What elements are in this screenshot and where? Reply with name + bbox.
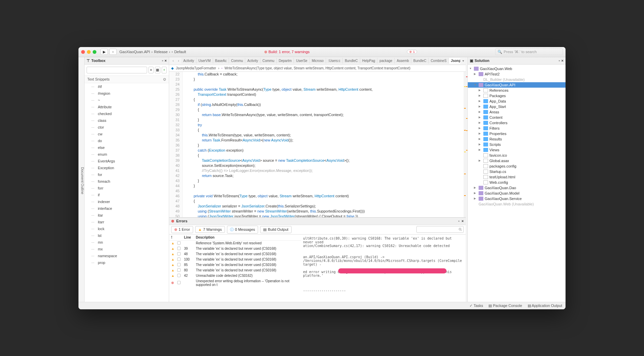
editor-tab[interactable]: BaseAc bbox=[213, 58, 229, 64]
snippet-item[interactable]: itarr bbox=[85, 219, 169, 225]
tree-node[interactable]: DL_Builder (Unavailable) bbox=[468, 77, 566, 82]
error-row[interactable]: ▲Reference 'System.Web.Entity' not resol… bbox=[169, 241, 301, 246]
nav-back-icon[interactable]: ‹ bbox=[170, 58, 176, 64]
snippet-item[interactable]: do bbox=[85, 137, 169, 144]
snippet-item[interactable]: if bbox=[85, 192, 169, 198]
snippet-item[interactable]: cw bbox=[85, 131, 169, 137]
editor-tab[interactable]: Activity bbox=[245, 58, 260, 64]
snippet-item[interactable]: foreach bbox=[85, 178, 169, 185]
tree-node[interactable]: ▶Filters bbox=[468, 126, 566, 131]
error-row[interactable]: ▲48The variable 'ex' is declared but nev… bbox=[169, 251, 301, 257]
config-button[interactable]: ▫ bbox=[109, 49, 117, 55]
tree-node[interactable]: ▶Results bbox=[468, 136, 566, 142]
tree-node[interactable]: Web.config bbox=[468, 180, 566, 185]
editor-tab[interactable]: Commu bbox=[229, 58, 245, 64]
snippet-item[interactable]: lock bbox=[85, 225, 169, 232]
snippet-item[interactable]: #if bbox=[85, 83, 169, 90]
panel-minimize-icon[interactable]: ▫ bbox=[559, 59, 560, 63]
tree-node[interactable]: ▶GaoXiaoQuan.Model bbox=[468, 191, 566, 196]
snippet-item[interactable]: Attribute bbox=[85, 104, 169, 110]
error-row[interactable]: ▲85The variable 'ex' is declared but nev… bbox=[169, 262, 301, 268]
editor-tab[interactable]: JsonpM bbox=[449, 58, 460, 64]
nav-fwd-icon[interactable]: › bbox=[176, 58, 181, 64]
package-console-button[interactable]: ▤ Package Console bbox=[488, 304, 522, 308]
error-row[interactable]: ▲80The variable 'ex' is declared but nev… bbox=[169, 268, 301, 273]
filter-errors-button[interactable]: ⊗1 Error bbox=[171, 226, 193, 233]
tree-node[interactable]: ▶Properties bbox=[468, 131, 566, 136]
tree-node[interactable]: ▶App_Data bbox=[468, 98, 566, 104]
tree-node[interactable]: ▶Packages bbox=[468, 93, 566, 98]
snippet-item[interactable]: class bbox=[85, 117, 169, 124]
snippet-item[interactable]: indexer bbox=[85, 198, 169, 205]
tree-node[interactable]: ▶Areas bbox=[468, 109, 566, 115]
filter-messages-button[interactable]: ⓘ0 Messages bbox=[227, 226, 258, 233]
snippet-item[interactable]: prop bbox=[85, 259, 169, 266]
tree-node[interactable]: ▶APITest2 bbox=[468, 71, 566, 77]
editor-tab[interactable]: :Users:c bbox=[326, 58, 343, 64]
close-icon[interactable] bbox=[81, 50, 85, 54]
global-search[interactable]: 🔍 Press '⌘.' to search bbox=[495, 48, 563, 55]
tree-node[interactable]: ▼GaoXiaoQuan.API bbox=[468, 82, 566, 88]
snippet-item[interactable]: enum bbox=[85, 151, 169, 158]
editor-tab[interactable]: BundleC bbox=[343, 58, 360, 64]
editor-tab[interactable]: BundleC bbox=[411, 58, 429, 64]
editor-tab[interactable]: Microso bbox=[310, 58, 326, 64]
error-row[interactable]: ▲100The variable 'ex' is declared but ne… bbox=[169, 257, 301, 262]
tree-node[interactable]: ▶References bbox=[468, 88, 566, 93]
tasks-button[interactable]: ✓ Tasks bbox=[469, 304, 483, 308]
snippet-item[interactable]: forr bbox=[85, 185, 169, 192]
error-row[interactable]: ▲39The variable 'ex' is declared but nev… bbox=[169, 246, 301, 251]
editor-tab[interactable]: UserVM bbox=[197, 58, 213, 64]
editor-tab[interactable]: Commu bbox=[260, 58, 277, 64]
minimize-icon[interactable] bbox=[87, 50, 91, 54]
tree-node[interactable]: packages.config bbox=[468, 163, 566, 169]
tree-node[interactable]: ▶Controllers bbox=[468, 120, 566, 126]
panel-minimize-icon[interactable]: ▫ bbox=[162, 59, 163, 63]
error-row[interactable]: ⊗Unexpected error writing debug informat… bbox=[169, 279, 301, 287]
snippet-item[interactable]: ctor bbox=[85, 124, 169, 131]
snippet-item[interactable]: ~ bbox=[85, 97, 169, 104]
tree-node[interactable]: favicon.ico bbox=[468, 153, 566, 158]
snippet-item[interactable]: else bbox=[85, 144, 169, 151]
member-breadcrumb[interactable]: ◆JsonpMediaTypeFormatter › ▫WriteToStrea… bbox=[169, 65, 466, 72]
collapse-icon[interactable]: ⊙ bbox=[163, 77, 166, 82]
view-grid-button[interactable]: ▦ bbox=[155, 67, 160, 73]
run-config-breadcrumb[interactable]: GaoXiaoQuan.API› Release› ▫Default bbox=[119, 50, 186, 54]
doc-outline-tab[interactable]: Document Outline bbox=[80, 167, 84, 194]
code-editor[interactable]: 2223242526272829303132333435363738394041… bbox=[169, 72, 464, 217]
snippet-item[interactable]: mx bbox=[85, 246, 169, 252]
tree-node[interactable]: ▶Views bbox=[468, 147, 566, 153]
error-count-badge[interactable]: ⊗1 bbox=[407, 50, 417, 54]
tree-node[interactable]: ▶Scripts bbox=[468, 142, 566, 147]
tree-node[interactable]: ▶Global.asax bbox=[468, 158, 566, 163]
panel-minimize-icon[interactable]: ▫ bbox=[458, 219, 460, 223]
app-output-button[interactable]: ▤ Application Output bbox=[528, 304, 562, 308]
error-row[interactable]: ▲42Unreachable code detected (CS0162) bbox=[169, 273, 301, 279]
snippet-item[interactable]: for bbox=[85, 171, 169, 178]
editor-tab[interactable]: Departm bbox=[277, 58, 294, 64]
editor-tab[interactable]: Activity bbox=[181, 58, 197, 64]
snippet-item[interactable]: Exception bbox=[85, 164, 169, 171]
toolbox-search-input[interactable] bbox=[87, 67, 147, 73]
add-button[interactable]: + bbox=[162, 67, 167, 73]
build-output-button[interactable]: ▤Build Output bbox=[260, 226, 292, 233]
tab-overflow-icon[interactable]: ▾ bbox=[460, 58, 466, 64]
snippet-item[interactable]: lst bbox=[85, 232, 169, 239]
tree-node[interactable]: ▶App_Start bbox=[468, 104, 566, 109]
snippet-item[interactable]: mn bbox=[85, 239, 169, 246]
tree-node[interactable]: GaoXiaoQuan.Web (Unavailable) bbox=[468, 201, 566, 207]
maximize-icon[interactable] bbox=[93, 50, 96, 54]
snippet-item[interactable]: namespace bbox=[85, 252, 169, 259]
panel-close-icon[interactable]: × bbox=[165, 59, 167, 63]
run-button[interactable]: ▶ bbox=[100, 49, 108, 55]
snippet-item[interactable]: #region bbox=[85, 90, 169, 97]
build-log[interactable]: ultAttribute.cs(80,30): warning CS0168: … bbox=[301, 235, 466, 302]
editor-tab[interactable]: Assemb bbox=[395, 58, 411, 64]
tree-node[interactable]: ▶GaoXiaoQuan.Dao bbox=[468, 185, 566, 191]
tree-node[interactable]: testUpload.html bbox=[468, 174, 566, 180]
snippet-item[interactable]: checked bbox=[85, 110, 169, 117]
editor-tab[interactable]: HelpPag bbox=[360, 58, 377, 64]
snippet-item[interactable]: itar bbox=[85, 212, 169, 219]
tree-node[interactable]: ▶Content bbox=[468, 115, 566, 120]
filter-warnings-button[interactable]: ▲7 Warnings bbox=[195, 226, 225, 233]
